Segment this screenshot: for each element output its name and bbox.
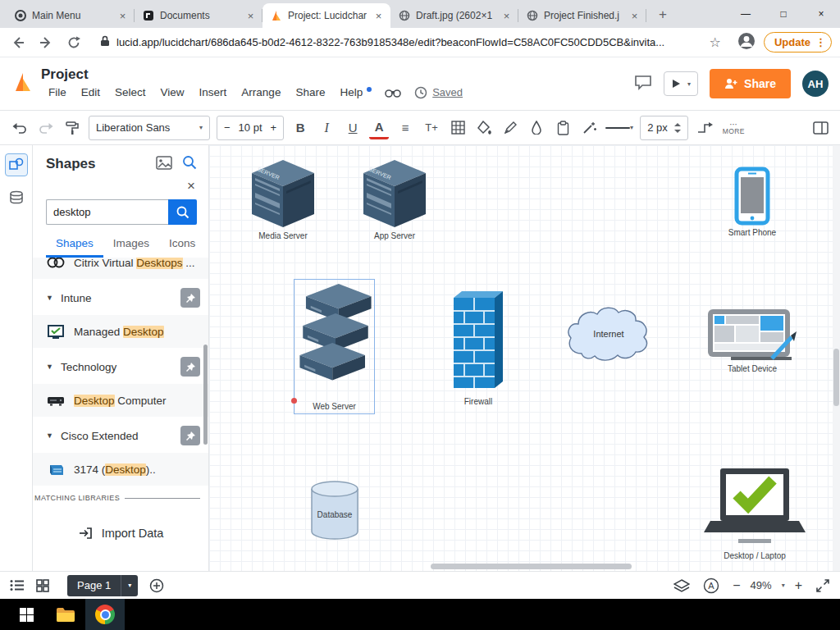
update-button[interactable]: Update ⋮ [764, 32, 832, 52]
zoom-level[interactable]: 49% [751, 579, 772, 591]
shape-web-server-selected[interactable]: Web Server [294, 279, 375, 414]
bookmark-star-icon[interactable]: ☆ [710, 34, 721, 50]
diagram-canvas[interactable]: SERVER Media Server SERV [209, 145, 840, 571]
search-icon[interactable] [182, 155, 197, 173]
font-size-decrease[interactable]: − [224, 121, 231, 134]
zoom-in-button[interactable]: + [795, 578, 802, 593]
undo-button[interactable] [10, 116, 30, 139]
fullscreen-icon[interactable] [815, 578, 830, 593]
share-button[interactable]: Share [710, 69, 791, 98]
menu-select[interactable]: Select [107, 84, 153, 101]
tab-project-lucidchart[interactable]: Project: Lucidchar × [262, 3, 390, 28]
close-search-icon[interactable]: × [184, 178, 199, 194]
feature-find-button[interactable] [385, 87, 401, 98]
redo-button[interactable] [36, 116, 56, 139]
window-close-button[interactable]: × [802, 0, 840, 28]
profile-icon[interactable] [737, 32, 756, 53]
new-tab-button[interactable]: + [651, 3, 674, 26]
tab-close-icon[interactable]: × [500, 9, 514, 23]
menu-view[interactable]: View [153, 84, 192, 101]
shape-tablet-device[interactable]: Tablet Device [706, 308, 798, 373]
present-button[interactable]: ▾ [664, 71, 698, 96]
accessibility-icon[interactable]: A [703, 578, 719, 594]
add-page-button[interactable] [149, 578, 164, 593]
font-size-increase[interactable]: + [271, 121, 277, 134]
shape-database[interactable]: Database [309, 479, 360, 541]
tab-draft-jpg[interactable]: Draft.jpg (2602×1 × [390, 3, 518, 28]
zoom-dropdown-icon[interactable]: ▾ [782, 582, 785, 589]
list-item-managed-desktop[interactable]: Managed Desktop [33, 315, 208, 348]
custom-shapes-toggle[interactable] [5, 186, 28, 209]
clipboard-icon[interactable] [553, 116, 573, 139]
chrome-taskbar-icon[interactable] [85, 599, 125, 630]
horizontal-scrollbar[interactable] [431, 564, 632, 569]
panel-scrollbar[interactable] [203, 345, 208, 445]
shape-firewall[interactable]: Firewall [445, 288, 511, 406]
shape-smart-phone[interactable]: Smart Phone [732, 167, 773, 237]
page-selector[interactable]: Page 1 ▾ [67, 575, 138, 596]
update-menu-icon[interactable]: ⋮ [815, 36, 826, 48]
pen-icon[interactable] [500, 116, 520, 139]
start-button[interactable] [7, 599, 46, 630]
list-item-3174-desktop[interactable]: 3174 (Desktop).. [33, 453, 208, 486]
menu-help[interactable]: Help [332, 84, 370, 101]
shape-app-server[interactable]: SERVER App Server [354, 158, 436, 240]
pin-icon[interactable] [180, 288, 200, 308]
magic-wand-icon[interactable] [579, 116, 599, 139]
panel-toggle-icon[interactable] [810, 116, 830, 139]
tab-images[interactable]: Images [103, 233, 159, 258]
window-maximize-button[interactable]: □ [765, 0, 802, 28]
import-data-button[interactable]: Import Data [33, 512, 208, 555]
connector-icon[interactable] [695, 116, 714, 139]
shape-desktop-laptop[interactable]: Desktop / Laptop [704, 467, 806, 560]
list-item-citrix-virtual-desktops[interactable]: Citrix Virtual Desktops ... [33, 258, 208, 279]
lucid-logo[interactable] [13, 71, 33, 96]
window-minimize-button[interactable]: — [727, 0, 765, 28]
page-dropdown-icon[interactable]: ▾ [121, 575, 138, 596]
italic-button[interactable]: I [317, 116, 336, 139]
shape-internet-cloud[interactable]: Internet [564, 301, 654, 365]
menu-edit[interactable]: Edit [74, 84, 107, 101]
section-intune[interactable]: ▼ Intune [33, 281, 208, 315]
font-family-select[interactable]: Liberation Sans ▾ [89, 116, 210, 140]
tab-close-icon[interactable]: × [372, 9, 386, 23]
list-item-desktop-computer[interactable]: Desktop Computer [33, 384, 208, 417]
fill-color-icon[interactable] [474, 116, 494, 139]
line-style-select[interactable]: ▾ [605, 116, 633, 139]
pin-icon[interactable] [180, 426, 200, 445]
ink-drop-icon[interactable] [527, 116, 546, 139]
shape-search-input[interactable] [46, 199, 168, 225]
tab-documents[interactable]: Documents × [135, 3, 262, 28]
tab-icons[interactable]: Icons [159, 233, 205, 258]
zoom-out-button[interactable]: − [733, 578, 740, 593]
vertical-scrollbar[interactable] [833, 349, 839, 406]
menu-insert[interactable]: Insert [192, 84, 235, 101]
bold-button[interactable]: B [290, 116, 310, 139]
tab-project-finished[interactable]: Project Finished.j × [518, 3, 646, 28]
image-upload-icon[interactable] [156, 156, 172, 173]
tab-close-icon[interactable]: × [244, 9, 258, 23]
layers-icon[interactable] [673, 579, 690, 592]
shape-media-server[interactable]: SERVER Media Server [242, 158, 324, 240]
table-icon[interactable] [448, 116, 468, 139]
section-technology[interactable]: ▼ Technology [33, 349, 208, 384]
file-explorer-icon[interactable] [46, 599, 85, 630]
back-button[interactable] [8, 33, 28, 52]
text-options-button[interactable]: T+ [422, 116, 441, 139]
document-title[interactable]: Project [41, 66, 463, 83]
section-cisco-extended[interactable]: ▼ Cisco Extended [33, 418, 208, 453]
menu-file[interactable]: File [41, 84, 74, 101]
menu-share[interactable]: Share [288, 84, 332, 101]
tab-shapes[interactable]: Shapes [46, 233, 103, 258]
page-grid-icon[interactable] [36, 579, 49, 592]
present-dropdown-icon[interactable]: ▾ [687, 80, 691, 88]
menu-arrange[interactable]: Arrange [234, 84, 288, 101]
underline-button[interactable]: U [343, 116, 363, 139]
tab-close-icon[interactable]: × [628, 9, 641, 23]
comment-icon[interactable] [634, 74, 652, 94]
tab-main-menu[interactable]: Main Menu × [7, 3, 135, 28]
url-bar[interactable]: lucid.app/lucidchart/686da645-b0d2-4612-… [92, 31, 729, 54]
more-tools-button[interactable]: ⋯ MORE [723, 121, 745, 135]
stroke-width-stepper[interactable]: 2 px [640, 116, 688, 140]
shapes-panel-toggle[interactable] [5, 153, 28, 176]
